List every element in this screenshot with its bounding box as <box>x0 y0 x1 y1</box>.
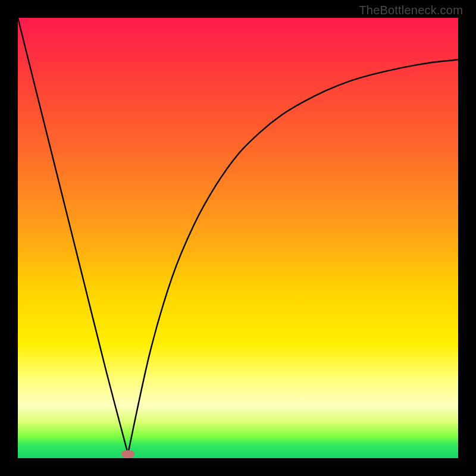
curve-svg <box>18 18 458 458</box>
minimum-marker <box>121 450 134 458</box>
chart-frame: TheBottleneck.com <box>0 0 476 476</box>
watermark-text: TheBottleneck.com <box>359 4 463 17</box>
curve-left-branch <box>18 18 128 454</box>
curve-right-branch <box>128 60 458 453</box>
plot-area <box>18 18 458 458</box>
